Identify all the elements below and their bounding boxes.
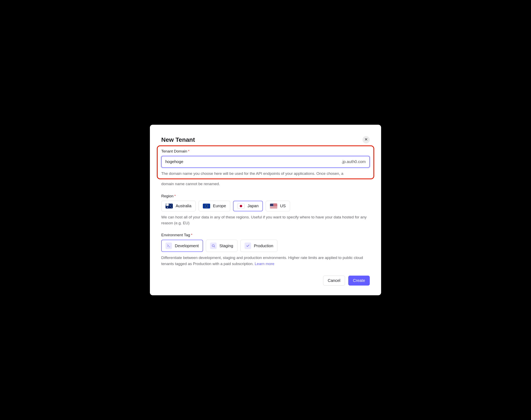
environment-option-staging[interactable]: Staging (206, 240, 238, 252)
tenant-domain-input-wrap[interactable]: .jp.auth0.com (161, 156, 370, 168)
new-tenant-dialog: New Tenant Tenant Domain* .jp.auth0.com … (150, 125, 381, 296)
svg-line-4 (214, 246, 215, 247)
region-options: Australia Europe Japan US (161, 201, 370, 211)
environment-help: Differentiate between development, stagi… (161, 255, 370, 267)
create-button[interactable]: Create (348, 276, 370, 285)
dialog-title: New Tenant (161, 136, 195, 143)
region-label: Region* (161, 194, 370, 198)
flag-australia-icon (166, 204, 173, 209)
required-marker: * (191, 233, 192, 237)
environment-field: Environment Tag* Development Staging (161, 233, 370, 267)
close-button[interactable] (363, 136, 370, 143)
region-field: Region* Australia Europe Japan US We can… (161, 194, 370, 226)
search-icon (210, 242, 217, 249)
tenant-domain-input[interactable] (165, 159, 341, 164)
tenant-domain-highlight: Tenant Domain* .jp.auth0.com The domain … (157, 145, 374, 179)
environment-option-label: Production (254, 243, 273, 248)
tenant-domain-label: Tenant Domain* (161, 149, 370, 153)
region-option-label: US (280, 204, 286, 208)
region-option-australia[interactable]: Australia (161, 201, 196, 211)
required-marker: * (174, 194, 176, 198)
environment-label: Environment Tag* (161, 233, 370, 237)
flag-us-icon (270, 204, 277, 209)
flag-japan-icon (237, 204, 245, 209)
tenant-domain-field: Tenant Domain* .jp.auth0.com The domain … (161, 145, 370, 187)
region-option-japan[interactable]: Japan (233, 201, 263, 211)
environment-option-label: Development (175, 243, 199, 248)
environment-options: Development Staging Production (161, 240, 370, 252)
tenant-domain-help-line1: The domain name you choose here will be … (161, 171, 370, 177)
region-option-label: Australia (176, 204, 191, 208)
environment-option-label: Staging (219, 243, 233, 248)
tenant-domain-help-line2: domain name cannot be renamed. (161, 181, 370, 187)
dialog-footer: Cancel Create (161, 276, 370, 285)
region-option-label: Europe (213, 204, 226, 208)
dialog-header: New Tenant (161, 136, 370, 143)
region-option-europe[interactable]: Europe (198, 201, 230, 211)
terminal-icon (166, 242, 172, 249)
environment-option-production[interactable]: Production (240, 240, 278, 252)
check-icon (245, 242, 251, 249)
region-option-label: Japan (247, 204, 258, 208)
flag-europe-icon (203, 204, 210, 209)
cancel-button[interactable]: Cancel (323, 276, 345, 285)
tenant-domain-suffix: .jp.auth0.com (341, 159, 366, 164)
environment-option-development[interactable]: Development (161, 240, 203, 252)
region-help: We can host all of your data in any of t… (161, 214, 370, 226)
region-option-us[interactable]: US (266, 201, 290, 211)
learn-more-link[interactable]: Learn more (255, 262, 274, 266)
required-marker: * (188, 149, 189, 153)
close-icon (364, 138, 368, 142)
